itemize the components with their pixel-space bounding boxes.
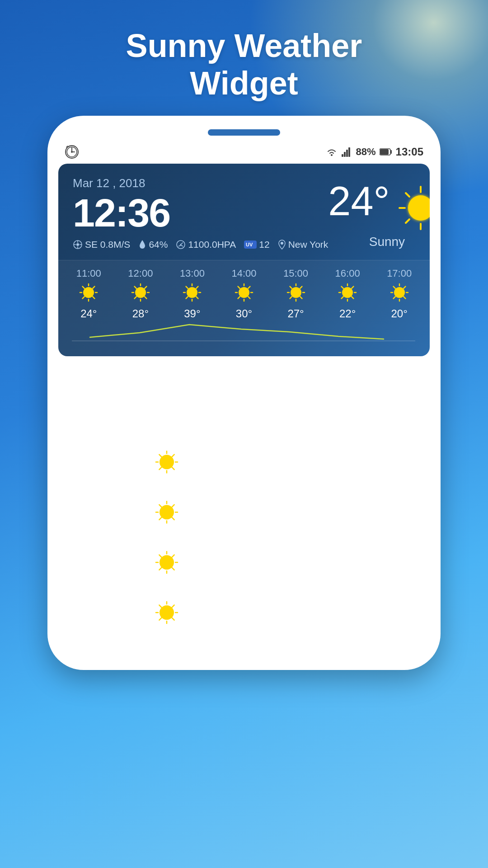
current-temperature: 24° <box>328 181 389 222</box>
hourly-item: 15:00 27° <box>276 268 316 320</box>
svg-line-110 <box>159 505 161 507</box>
uv-detail: UV 12 <box>244 239 269 250</box>
cell-time: TODAY 9/9 <box>74 499 155 527</box>
hourly-sun-icon <box>131 283 150 304</box>
svg-point-4 <box>71 151 73 153</box>
cell-weather: 30°/19° <box>155 551 234 576</box>
svg-line-45 <box>145 286 146 288</box>
svg-point-105 <box>210 454 226 466</box>
svg-line-44 <box>145 297 146 298</box>
phone-notch <box>208 129 280 136</box>
weather-time: 12:36 <box>73 193 328 233</box>
col-header-wind: WIND <box>234 416 324 430</box>
svg-line-43 <box>134 286 136 288</box>
svg-line-90 <box>404 286 405 288</box>
daily-rows-container: YEST... 9/8 26°/15° SE 0.9 mps 0mm TODAY… <box>74 438 414 638</box>
uv-icon: UV <box>244 241 257 249</box>
weather-condition: Sunny <box>369 235 405 249</box>
app-clock-icon <box>65 145 79 159</box>
svg-point-65 <box>239 287 249 298</box>
svg-line-100 <box>172 454 174 457</box>
table-row: YEST... 9/8 26°/15° SE 0.9 mps 0mm <box>74 438 414 488</box>
pressure-icon <box>176 240 186 250</box>
phone-frame: 88% 13:05 Mar 12 , 2018 12:36 <box>47 116 441 670</box>
svg-rect-12 <box>390 150 392 154</box>
table-row: THU 9/11 25°/16° SE 2 mps 0mm <box>74 588 414 638</box>
hourly-sun-icon <box>338 283 357 304</box>
svg-line-46 <box>134 297 136 298</box>
svg-rect-11 <box>380 149 389 155</box>
svg-point-102 <box>160 455 174 469</box>
svg-line-37 <box>83 297 84 298</box>
svg-line-72 <box>300 286 302 288</box>
daily-sun-icon <box>155 500 178 526</box>
weather-date: Mar 12 , 2018 <box>73 176 328 190</box>
svg-line-35 <box>93 297 95 298</box>
signal-icon <box>342 147 352 157</box>
cell-time: WED 9/10 <box>74 549 155 577</box>
svg-line-73 <box>290 297 291 298</box>
status-right: 88% 13:05 <box>325 146 423 158</box>
col-header-time: TIME <box>74 416 155 430</box>
svg-line-122 <box>159 567 161 570</box>
svg-line-101 <box>159 467 161 469</box>
svg-line-55 <box>186 297 188 298</box>
cell-rainfall: 0mm <box>324 455 414 471</box>
wifi-icon <box>325 147 338 157</box>
weather-widget: Mar 12 , 2018 12:36 <box>58 164 430 356</box>
svg-line-82 <box>342 297 343 298</box>
hourly-item: 12:00 28° <box>120 268 161 320</box>
svg-line-36 <box>93 286 95 288</box>
cell-weather: 26°/15° <box>155 450 234 476</box>
humidity-detail: 64% <box>138 239 168 250</box>
cell-wind: SE 2 mps <box>234 606 324 621</box>
location-detail: New York <box>278 239 328 250</box>
cell-weather: 25°/16° <box>155 601 234 626</box>
svg-point-47 <box>135 287 146 298</box>
svg-point-114 <box>160 505 174 519</box>
svg-line-63 <box>248 286 250 288</box>
battery-icon <box>380 148 392 156</box>
hourly-row: 11:00 24° 12:00 28° <box>63 268 425 320</box>
svg-line-52 <box>186 286 188 288</box>
svg-rect-7 <box>344 152 346 157</box>
cell-time: THU 9/11 <box>74 599 155 627</box>
svg-line-28 <box>406 219 409 223</box>
weather-left-panel: Mar 12 , 2018 12:36 <box>73 176 328 250</box>
svg-line-79 <box>342 286 343 288</box>
svg-line-88 <box>393 286 395 288</box>
cell-wind: SE 1 mps <box>234 556 324 571</box>
hourly-sun-icon <box>286 283 305 304</box>
daily-sun-icon <box>155 551 178 576</box>
cell-wind: SE 0.9 mps <box>234 506 324 520</box>
section-divider <box>202 388 414 388</box>
col-header-rainfall: RAINFALL <box>324 416 414 430</box>
weather-details-row: SE 0.8M/S 64% <box>73 239 328 250</box>
svg-line-121 <box>172 555 174 557</box>
svg-line-129 <box>172 618 174 620</box>
status-bar: 88% 13:05 <box>56 145 432 164</box>
svg-point-20 <box>281 242 283 245</box>
svg-line-80 <box>352 297 353 298</box>
battery-percent: 88% <box>356 146 376 158</box>
svg-line-89 <box>404 297 405 298</box>
hourly-sun-icon <box>235 283 253 304</box>
status-time: 13:05 <box>396 146 423 158</box>
wind-icon <box>73 240 83 250</box>
table-header: TIME WEATHER WIND RAINFALL <box>74 416 414 438</box>
svg-rect-9 <box>348 147 350 157</box>
svg-line-81 <box>352 286 353 288</box>
daily-section: DAILY DETAILS TIME WEATHER WIND RAINFALL… <box>56 356 432 652</box>
table-row: WED 9/10 30°/19° SE 1 mps 0mm <box>74 538 414 588</box>
svg-line-113 <box>159 517 161 519</box>
svg-line-128 <box>159 605 161 607</box>
daily-sun-icon <box>155 450 178 476</box>
cell-wind: SE 0.9 mps <box>234 456 324 470</box>
svg-point-83 <box>342 287 353 298</box>
status-left <box>65 145 79 159</box>
section-title: DAILY DETAILS <box>74 379 193 398</box>
svg-point-132 <box>160 605 174 620</box>
page-title: Sunny Weather Widget <box>0 0 488 116</box>
hourly-forecast: 11:00 24° 12:00 28° <box>58 260 430 356</box>
svg-line-71 <box>300 297 302 298</box>
